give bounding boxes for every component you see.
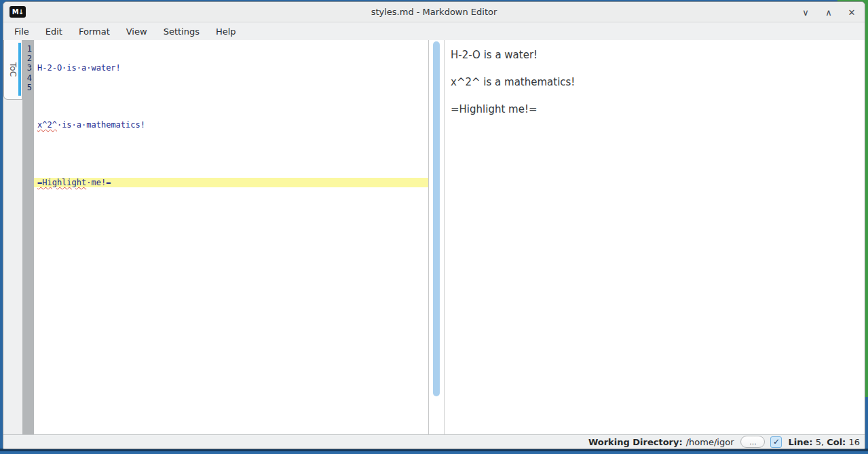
working-directory-value: /home/igor bbox=[686, 437, 734, 447]
cursor-position: Line: 5, Col: 16 bbox=[788, 437, 860, 447]
statusbar: Working Directory: /home/igor ... ✓ Line… bbox=[3, 434, 865, 449]
line-number: 3 bbox=[22, 63, 34, 73]
col-value: 16 bbox=[846, 437, 860, 447]
app-icon: M↓ bbox=[10, 6, 26, 18]
titlebar[interactable]: M↓ styles.md - Markdown Editor ∨ ∧ ✕ bbox=[3, 2, 865, 22]
line-value: 5, bbox=[813, 437, 827, 447]
menu-view[interactable]: View bbox=[118, 22, 155, 40]
preview-pane: H-2-O is a water! x^2^ is a mathematics!… bbox=[445, 40, 865, 434]
line-number-gutter: 1 2 3 4 5 bbox=[22, 40, 34, 434]
editor-scrollbar-track[interactable] bbox=[428, 40, 445, 434]
editor-scrollbar-thumb[interactable] bbox=[433, 41, 440, 396]
preview-paragraph: =Highlight me!= bbox=[451, 104, 856, 115]
wallpaper-bottom-edge bbox=[0, 449, 868, 454]
toc-tab[interactable]: ToC bbox=[3, 40, 22, 100]
menu-format[interactable]: Format bbox=[71, 22, 118, 40]
editor-pane[interactable]: H-2-O·is·a·water! x^2^·is·a·mathematics!… bbox=[34, 40, 428, 434]
editor-line-1[interactable]: H-2-O·is·a·water! bbox=[34, 63, 428, 73]
preview-paragraph: H-2-O is a water! bbox=[451, 50, 856, 61]
menu-settings[interactable]: Settings bbox=[155, 22, 208, 40]
markdown-editor-window: M↓ styles.md - Markdown Editor ∨ ∧ ✕ Fil… bbox=[3, 1, 865, 449]
browse-directory-button[interactable]: ... bbox=[740, 436, 765, 448]
editor-line-4[interactable] bbox=[34, 149, 428, 159]
misspelled-text: x^2^ bbox=[37, 120, 57, 130]
maximize-icon[interactable]: ∧ bbox=[823, 6, 835, 18]
menubar: File Edit Format View Settings Help bbox=[3, 22, 865, 40]
menu-help[interactable]: Help bbox=[208, 22, 244, 40]
col-label: Col: bbox=[827, 437, 846, 447]
code-text: ·me!= bbox=[86, 178, 111, 187]
window-controls: ∨ ∧ ✕ bbox=[799, 2, 858, 22]
editor-line-5-current[interactable]: =Highlight·me!= bbox=[34, 178, 428, 187]
close-icon[interactable]: ✕ bbox=[846, 6, 858, 18]
line-number: 5 bbox=[22, 83, 34, 92]
preview-paragraph: x^2^ is a mathematics! bbox=[451, 77, 856, 88]
editor-line-3[interactable]: x^2^·is·a·mathematics! bbox=[34, 120, 428, 130]
code-text: ·is·a·mathematics! bbox=[57, 120, 145, 130]
line-number: 2 bbox=[22, 54, 34, 63]
code-text: H-2-O·is·a·water! bbox=[37, 63, 121, 73]
statusbar-checkbox[interactable]: ✓ bbox=[770, 436, 782, 448]
menu-file[interactable]: File bbox=[6, 22, 37, 40]
editor-line-2[interactable] bbox=[34, 92, 428, 101]
misspelled-text: =Highlight bbox=[37, 178, 86, 187]
minimize-icon[interactable]: ∨ bbox=[799, 6, 812, 18]
sidebar-tabstrip: ToC bbox=[3, 40, 22, 434]
line-number: 1 bbox=[22, 44, 34, 54]
menu-edit[interactable]: Edit bbox=[37, 22, 71, 40]
line-number: 4 bbox=[22, 73, 34, 83]
window-title: styles.md - Markdown Editor bbox=[3, 7, 865, 17]
toc-tab-label: ToC bbox=[8, 62, 18, 77]
working-directory-label: Working Directory: bbox=[588, 437, 683, 447]
checkmark-icon: ✓ bbox=[773, 438, 780, 446]
line-label: Line: bbox=[788, 437, 812, 447]
main-area: ToC 1 2 3 4 5 H-2-O·is·a·water! x^2^·is·… bbox=[3, 40, 865, 434]
